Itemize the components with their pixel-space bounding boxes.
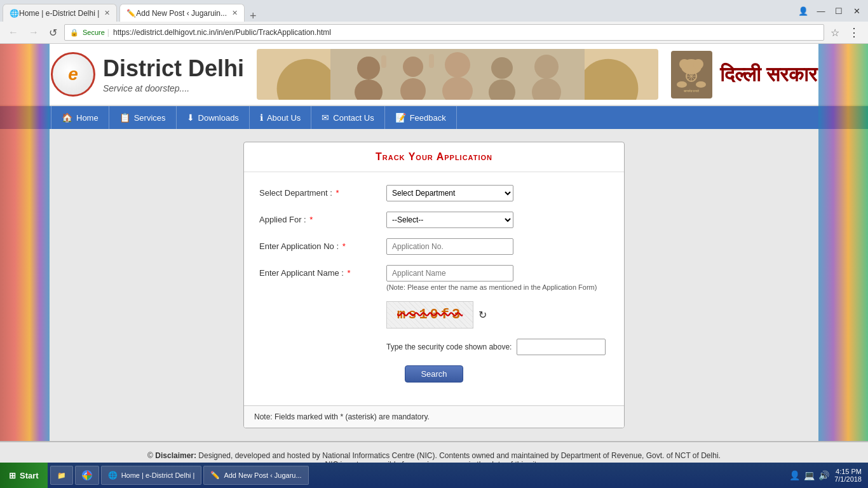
applied-for-required: * [309, 215, 313, 224]
nav-contact[interactable]: ✉ Contact Us [311, 106, 384, 129]
back-button[interactable]: ← [5, 25, 22, 39]
address-bar[interactable]: 🔒 Secure | https://edistrict.delhigovt.n… [64, 24, 824, 41]
address-bar-row: ← → ↺ 🔒 Secure | https://edistrict.delhi… [0, 22, 868, 44]
svg-rect-11 [381, 55, 386, 68]
tab-home[interactable]: 🌐 Home | e-District Delhi | ✕ [3, 4, 117, 22]
page-wrapper: e District Delhi Service at doorstep.... [0, 44, 868, 487]
refresh-captcha-button[interactable]: ↻ [478, 309, 487, 321]
applicant-name-required: * [348, 268, 351, 278]
tab1-title: Home | e-District Delhi | [19, 9, 99, 18]
taskbar-items: 📁 🌐 Home | e-District Delhi | ✏️ Add [48, 466, 783, 485]
minimize-button[interactable]: — [812, 2, 830, 20]
emblem-area: सत्यमेव जयते दिल्ली सरकार [671, 51, 817, 98]
nav-feedback[interactable]: 📝 Feedback [385, 106, 457, 129]
department-field: Select Department [386, 185, 609, 201]
application-no-input[interactable] [386, 238, 513, 255]
nav-services-label: Services [134, 113, 166, 123]
site-name: District Delhi [103, 55, 244, 82]
nav-home-label: Home [76, 113, 98, 123]
site-logo: e [51, 52, 95, 97]
site-title-block: District Delhi Service at doorstep.... [103, 55, 244, 93]
downloads-icon: ⬇ [187, 112, 194, 123]
tab-addpost[interactable]: ✏️ Add New Post ‹ Jugaruin... ✕ [119, 4, 245, 22]
footer-line1: © Disclaimer: Designed, developed and ho… [51, 451, 817, 460]
form-title-text: Track Your Application [376, 151, 492, 162]
taskbar-tab2-icon: ✏️ [210, 471, 220, 480]
about-icon: ℹ [260, 112, 263, 123]
taskbar-tab1-title: Home | e-District Delhi | [121, 471, 195, 479]
form-note: Note: Fields marked with * (asterisk) ar… [244, 405, 624, 428]
track-application-form: Track Your Application Select Department… [243, 142, 625, 428]
captcha-image: ms10f3 [386, 301, 473, 329]
taskbar-clock: 4:15 PM 7/1/2018 [834, 468, 862, 483]
taskbar-tab2[interactable]: ✏️ Add New Post ‹ Jugaru... [203, 466, 308, 485]
start-button[interactable]: ⊞ Start [0, 463, 48, 487]
form-body: Select Department : * Select Department … [244, 172, 624, 405]
url-text: https://edistrict.delhigovt.nic.in/in/en… [113, 28, 331, 37]
site-name-suffix: Delhi [188, 55, 244, 81]
department-select[interactable]: Select Department [386, 185, 513, 201]
windows-icon: ⊞ [9, 471, 16, 480]
nav-home[interactable]: 🏠 Home [51, 106, 109, 129]
user-control[interactable]: 👤 [794, 2, 812, 20]
svg-point-7 [491, 57, 513, 79]
nav-services[interactable]: 📋 Services [109, 106, 177, 129]
close-button[interactable]: ✕ [848, 2, 865, 20]
taskbar-tab2-title: Add New Post ‹ Jugaru... [224, 471, 301, 479]
app-no-field [386, 238, 609, 255]
refresh-button[interactable]: ↺ [46, 25, 60, 40]
svg-point-16 [693, 59, 703, 69]
start-label: Start [20, 471, 39, 480]
file-explorer-icon: 📁 [57, 471, 66, 480]
tab2-close[interactable]: ✕ [232, 9, 238, 17]
bookmark-button[interactable]: ☆ [828, 25, 842, 40]
taskbar-tab1-icon: 🌐 [108, 471, 118, 480]
nav-about[interactable]: ℹ About Us [250, 106, 311, 129]
applicant-name-input[interactable] [386, 265, 513, 281]
tab1-close[interactable]: ✕ [104, 9, 110, 17]
time-display: 4:15 PM [834, 468, 862, 475]
taskbar-tab1[interactable]: 🌐 Home | e-District Delhi | [101, 466, 202, 485]
nav-downloads[interactable]: ⬇ Downloads [177, 106, 250, 129]
browser-window: 🌐 Home | e-District Delhi | ✕ ✏️ Add New… [0, 0, 868, 44]
applied-for-field: --Select-- [386, 212, 609, 228]
site-name-prefix: District [103, 55, 188, 81]
department-row: Select Department : * Select Department [259, 185, 609, 201]
search-row: Search [259, 365, 609, 383]
applicant-name-field: (Note: Please enter the name as mentione… [386, 265, 609, 291]
taskbar-chrome[interactable] [75, 466, 99, 485]
form-note-text: Note: Fields marked with * (asterisk) ar… [254, 412, 430, 421]
nav-contact-label: Contact Us [333, 113, 374, 123]
applied-for-row: Applied For : * --Select-- [259, 212, 609, 228]
taskbar-file-explorer[interactable]: 📁 [50, 466, 73, 485]
search-button[interactable]: Search [405, 365, 463, 383]
national-emblem: सत्यमेव जयते [671, 51, 712, 98]
services-icon: 📋 [119, 112, 130, 123]
maximize-button[interactable]: ☐ [830, 2, 848, 20]
user-icon: 👤 [789, 470, 800, 480]
security-code-row: Type the security code shown above: [259, 339, 609, 355]
applied-for-label: Applied For : * [259, 212, 380, 224]
forward-button[interactable]: → [25, 25, 42, 39]
tab2-favicon: ✏️ [126, 9, 136, 18]
tab2-title: Add New Post ‹ Jugaruin... [136, 9, 227, 18]
window-controls: 👤 — ☐ ✕ [794, 0, 868, 22]
department-required: * [336, 188, 339, 198]
security-code-input[interactable] [517, 339, 606, 355]
nav-feedback-label: Feedback [410, 113, 446, 123]
new-tab-button[interactable]: + [245, 10, 262, 22]
svg-point-5 [445, 52, 470, 78]
menu-button[interactable]: ⋮ [846, 24, 863, 41]
svg-point-23 [696, 81, 706, 88]
nav-about-label: About Us [267, 113, 301, 123]
footer-text1: Designed, developed and hosted by Nation… [198, 451, 721, 460]
app-no-required: * [342, 241, 346, 251]
taskbar-system-icons: 👤 💻 🔊 [789, 470, 829, 480]
svg-point-9 [534, 55, 559, 79]
applied-for-select[interactable]: --Select-- [386, 212, 513, 228]
network-icon: 💻 [804, 470, 815, 480]
separator: | [107, 28, 109, 37]
taskbar: ⊞ Start 📁 🌐 Home | e-District De [0, 463, 868, 487]
govt-title: दिल्ली सरकार [720, 63, 817, 86]
site-tagline: Service at doorstep.... [103, 83, 244, 93]
